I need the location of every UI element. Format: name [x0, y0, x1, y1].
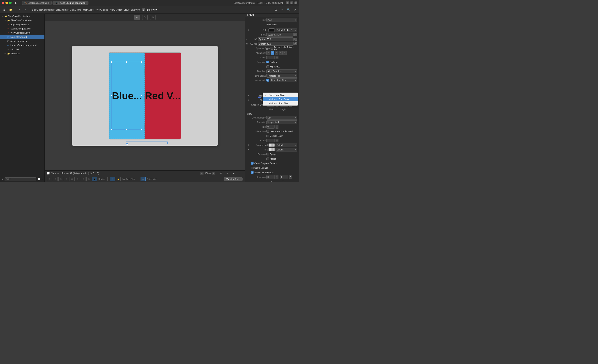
sidebar-item-launchscreen[interactable]: ⊞ LaunchScreen.storyboard [0, 43, 44, 47]
tag-down[interactable]: ▼ [275, 127, 278, 129]
view-as-checkbox[interactable] [47, 172, 50, 175]
highlighted-checkbox[interactable] [266, 65, 269, 68]
content-mode-dropdown[interactable]: Left ▼ [266, 116, 297, 120]
hc-t-indicator[interactable]: T [294, 38, 297, 41]
font-dropdown[interactable]: System 160.0 [266, 33, 294, 37]
lines-step-up[interactable]: ▲ [275, 56, 278, 57]
user-interaction-checkbox[interactable] [266, 130, 269, 133]
sidebar-item-appdelegate[interactable]: S AppDelegate.swift [0, 22, 44, 27]
align-natural[interactable]: ≡ [283, 51, 287, 55]
alpha-input[interactable] [266, 139, 275, 142]
align-center[interactable]: ≡ [271, 51, 274, 55]
semantic-dropdown[interactable]: Unspecified ▼ [266, 120, 297, 124]
disclosure-products[interactable]: ▶ [4, 53, 6, 55]
stretching-y-input[interactable] [280, 175, 288, 179]
export-btn[interactable]: ↑ [237, 170, 242, 176]
x-btn-hc[interactable]: ✕ [246, 38, 248, 40]
layout-btn[interactable]: ⊟ [225, 170, 230, 176]
background-dropdown[interactable]: Default ▼ [275, 143, 297, 147]
sidebar-item-plist[interactable]: ≡ Info.plist [0, 47, 44, 51]
run-button[interactable]: ▶ [13, 0, 19, 6]
bc-view[interactable]: View [124, 8, 129, 11]
canvas-tool-view[interactable]: ⊟ [150, 15, 156, 20]
bc-view-scene[interactable]: View...cene [96, 8, 108, 11]
align-left[interactable]: ≡ [266, 51, 270, 55]
tint-swatch[interactable] [268, 148, 275, 151]
sidebar-toggle[interactable]: ⊞ [286, 1, 289, 4]
sidebar-item-products[interactable]: ▶ 📁 Products [0, 51, 44, 56]
bc-root[interactable]: SizeClassConstraints [32, 8, 54, 11]
bc-blue-view[interactable]: BlueView [131, 8, 140, 11]
enabled-checkbox[interactable] [266, 61, 269, 63]
minimize-button[interactable] [5, 2, 8, 4]
split-view[interactable]: ⊟ [290, 1, 293, 4]
font-t-indicator[interactable]: T [294, 33, 297, 36]
fullscreen[interactable]: ⊡ [294, 1, 297, 4]
device-8[interactable]: □ [86, 177, 91, 181]
device-4[interactable]: □ [64, 177, 69, 181]
sx-up[interactable]: ▲ [275, 175, 278, 177]
sidebar-item-scenedelegate[interactable]: S SceneDelegate.swift [0, 27, 44, 31]
device-5[interactable]: □ [70, 177, 75, 181]
filter-input[interactable] [5, 178, 36, 181]
device-7[interactable]: □ [81, 177, 86, 181]
maximize-button[interactable] [9, 2, 12, 4]
bc-l[interactable]: L [142, 8, 145, 11]
plus-icon[interactable]: + [2, 178, 3, 181]
search-btn[interactable]: 🔍 [286, 7, 291, 12]
lines-step-down[interactable]: ▼ [275, 57, 278, 59]
clock-icon[interactable]: 🕐 [38, 178, 41, 181]
alpha-up[interactable]: ▲ [275, 139, 278, 140]
baseline-dropdown[interactable]: Align Baselines ▼ [266, 69, 297, 73]
handle-bl[interactable] [111, 129, 112, 130]
bc-main-case[interactable]: Main...ase) [83, 8, 94, 11]
x-btn-wchr[interactable]: ✕ [246, 43, 248, 45]
canvas-scroll[interactable]: → [45, 21, 245, 170]
library-btn[interactable]: + [280, 7, 285, 12]
canvas-tool-select[interactable]: ● [134, 15, 140, 20]
zoom-minus-btn[interactable]: − [200, 172, 203, 175]
autoresize-checkbox[interactable] [251, 171, 254, 174]
sx-down[interactable]: ▼ [275, 177, 278, 179]
sidebar-toggle-btn[interactable]: ☰ [2, 7, 7, 12]
disclosure-group[interactable]: ▼ [4, 19, 6, 21]
autoshrink-option-size[interactable]: Minimum Font Size [263, 101, 298, 105]
tab-size-class-constraints[interactable]: 🔨 SizeClassConstraints [22, 1, 52, 5]
clip-to-bounds-checkbox[interactable] [251, 167, 254, 169]
color-plus[interactable]: + [247, 28, 250, 32]
device-iphone-se[interactable]: 📱 [92, 177, 97, 181]
autoshrink-option-scale[interactable]: Minimum Font Scale [263, 97, 298, 101]
stretching-x-input[interactable] [266, 175, 275, 179]
bc-view-roller[interactable]: View...roller [110, 8, 122, 11]
autoshrink-dropdown[interactable]: Fixed Font Size ▼ [270, 78, 297, 82]
bc-constraints[interactable]: Size...raints [56, 8, 67, 11]
zoom-plus-btn[interactable]: + [212, 172, 215, 175]
tab-iphone-se[interactable]: 📱 iPhone SE (2nd generation) [52, 1, 89, 5]
sidebar-item-main-storyboard[interactable]: ⊞ Main.storyboard [0, 35, 44, 39]
wchr-dropdown[interactable]: System 80.0 [258, 42, 294, 46]
disclosure-root[interactable]: ▼ [1, 15, 3, 17]
alpha-down[interactable]: ▼ [275, 140, 278, 142]
background-plus[interactable]: + [247, 143, 250, 147]
text-dropdown[interactable]: Plain ▼ [266, 18, 297, 22]
zoom-fit-btn[interactable]: ⊠ [231, 170, 236, 176]
sidebar-item-assets[interactable]: ◧ Assets.xcassets [0, 39, 44, 43]
color-swatch[interactable] [268, 28, 275, 32]
background-swatch[interactable] [268, 143, 275, 147]
forward-btn[interactable]: › [23, 7, 28, 12]
handle-br[interactable] [141, 129, 142, 130]
tag-input[interactable] [266, 125, 275, 129]
align-right[interactable]: ≡ [275, 51, 278, 55]
handle-tr[interactable] [141, 61, 142, 63]
close-button[interactable] [2, 2, 4, 4]
interface-dark[interactable]: 🌙 [116, 177, 121, 181]
file-btn[interactable]: 📁 [8, 7, 13, 12]
clears-graphics-checkbox[interactable] [251, 162, 254, 165]
autoshrink-option-fixed[interactable]: ✓ Fixed Font Size [263, 93, 298, 97]
settings-btn[interactable]: ⚙ [292, 7, 297, 12]
sidebar-item-viewcontroller[interactable]: S ViewController.swift [0, 31, 44, 35]
device-3[interactable]: □ [58, 177, 63, 181]
bc-main-board[interactable]: Main...oard [70, 8, 81, 11]
sy-up[interactable]: ▲ [289, 175, 292, 177]
sidebar-item-root[interactable]: ▼ 📁 SizeClassConstraints [0, 14, 44, 18]
